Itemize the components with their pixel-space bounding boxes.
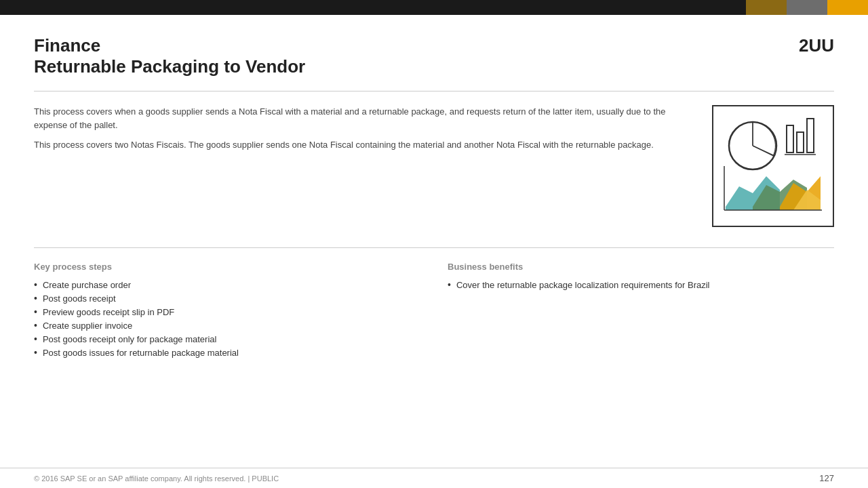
list-item: Preview goods receipt slip in PDF [34,307,420,317]
business-benefits-title: Business benefits [448,262,834,272]
header: Finance Returnable Packaging to Vendor 2… [34,35,834,77]
two-columns: Key process steps Create purchase orderP… [34,262,834,361]
business-benefits-column: Business benefits Cover the returnable p… [448,262,834,361]
key-process-steps-title: Key process steps [34,262,420,272]
list-item: Post goods issues for returnable package… [34,348,420,358]
list-item: Cover the returnable package localizatio… [448,280,834,290]
header-title-section: Finance Returnable Packaging to Vendor [34,35,305,77]
description-text: This process covers when a goods supplie… [34,105,678,159]
business-benefits-list: Cover the returnable package localizatio… [448,280,834,290]
key-process-steps-column: Key process steps Create purchase orderP… [34,262,420,361]
section-divider [34,247,834,248]
chart-illustration [712,105,834,227]
svg-rect-3 [787,125,793,152]
list-item: Post goods receipt only for package mate… [34,334,420,344]
page-title: Returnable Packaging to Vendor [34,56,305,77]
top-bar-brown-segment [746,0,787,15]
page-category: Finance [34,35,305,56]
top-bar-accent [746,0,868,15]
svg-rect-5 [807,119,814,152]
footer-page: 127 [819,473,834,483]
svg-line-2 [753,146,774,156]
description-para1: This process covers when a goods supplie… [34,105,678,131]
page-code: 2UU [799,35,834,56]
footer: © 2016 SAP SE or an SAP affiliate compan… [0,468,868,488]
top-bar-gold-segment [827,0,868,15]
list-item: Create supplier invoice [34,321,420,331]
footer-copyright: © 2016 SAP SE or an SAP affiliate compan… [34,474,279,483]
key-process-steps-list: Create purchase orderPost goods receiptP… [34,280,420,358]
header-divider [34,91,834,92]
list-item: Post goods receipt [34,293,420,304]
top-bar [0,0,868,15]
top-bar-gray-segment [787,0,827,15]
description-para2: This process covers two Notas Fiscais. T… [34,138,678,152]
main-content: Finance Returnable Packaging to Vendor 2… [0,15,868,361]
svg-rect-4 [797,132,804,152]
description-area: This process covers when a goods supplie… [34,105,834,227]
list-item: Create purchase order [34,280,420,290]
chart-svg [719,112,827,220]
